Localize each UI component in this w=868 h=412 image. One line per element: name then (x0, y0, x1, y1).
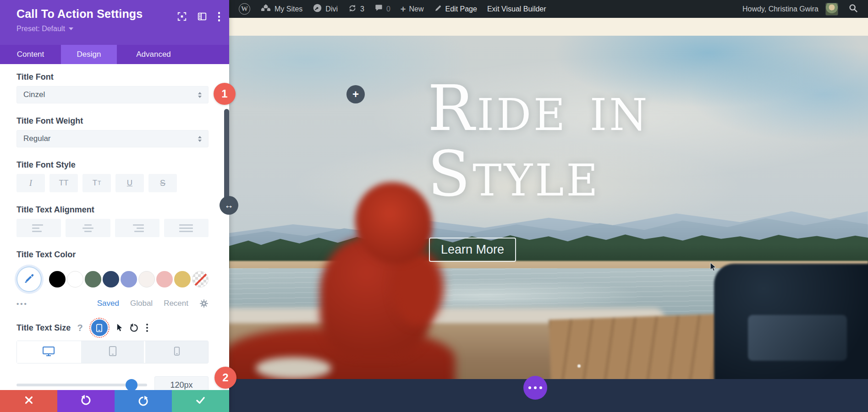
my-sites-menu[interactable]: My Sites (255, 0, 308, 18)
color-picker-row (16, 265, 209, 293)
avatar (825, 3, 838, 16)
site-preview: W My Sites Divi (229, 0, 868, 412)
comments-menu[interactable]: 0 (369, 0, 396, 18)
discard-button[interactable] (0, 390, 57, 412)
cta-title-line1: Ride in (428, 76, 649, 141)
tablet-icon (109, 346, 117, 358)
slider-handle[interactable] (126, 379, 137, 390)
saved-colors-tab[interactable]: Saved (97, 299, 119, 308)
align-right-button[interactable] (115, 219, 159, 237)
color-settings-gear-icon[interactable] (199, 299, 209, 308)
panel-header: Call To Action Settings Preset: Default (0, 0, 229, 45)
new-menu[interactable]: + New (396, 0, 429, 18)
swatch-navy[interactable] (103, 271, 119, 287)
tab-advanced[interactable]: Advanced (117, 45, 190, 64)
comment-bubble-icon (374, 4, 383, 14)
admin-bar-right: Howdy, Christina Gwira (737, 0, 868, 18)
strikethrough-button[interactable]: S (148, 174, 177, 192)
swatch-white[interactable] (67, 271, 83, 287)
align-left-button[interactable] (16, 219, 61, 237)
tablet-tab[interactable] (81, 341, 144, 363)
small-caps-glyph-small: T (98, 180, 101, 186)
page-background-strip (229, 18, 868, 36)
desktop-tab[interactable] (17, 341, 80, 363)
pencil-icon (434, 4, 442, 14)
account-menu[interactable]: Howdy, Christina Gwira (737, 0, 843, 18)
cta-title-line2: Style (428, 141, 649, 207)
preset-selector[interactable]: Preset: Default (16, 25, 73, 33)
italic-button[interactable]: I (16, 174, 45, 192)
annotation-badge-1: 1 (214, 83, 236, 105)
panel-layout-icon[interactable] (197, 11, 207, 22)
updates-count: 3 (360, 5, 364, 13)
swatch-green[interactable] (85, 271, 101, 287)
hover-mode-cursor-icon[interactable] (116, 324, 123, 332)
align-justify-button[interactable] (164, 219, 209, 237)
edit-page-label: Edit Page (445, 5, 477, 13)
swatch-gold[interactable] (174, 271, 191, 287)
divi-label: Divi (325, 5, 338, 13)
expand-modal-icon[interactable] (177, 11, 187, 22)
swatch-pink[interactable] (156, 271, 173, 287)
size-value-input[interactable]: 120px (154, 376, 209, 390)
title-font-weight-label: Title Font Weight (16, 116, 209, 126)
options-kebab-icon[interactable] (145, 323, 149, 333)
divi-menu[interactable]: Divi (308, 0, 343, 18)
tab-content[interactable]: Content (0, 45, 61, 64)
eyedropper-icon (23, 272, 35, 286)
preset-label: Preset: Default (16, 25, 65, 33)
cta-title[interactable]: Ride in Style (428, 76, 649, 207)
swatch-periwinkle[interactable] (121, 271, 137, 287)
color-links-row: ••• Saved Global Recent (16, 299, 209, 308)
panel-resize-handle[interactable]: ↔ (220, 196, 238, 215)
uppercase-button[interactable]: TT (49, 174, 78, 192)
edit-page-menu[interactable]: Edit Page (429, 0, 482, 18)
admin-bar-left: W My Sites Divi (229, 0, 551, 18)
small-caps-button[interactable]: TT (82, 174, 111, 192)
panel-header-icons (177, 11, 221, 22)
font-style-buttons: I TT TT U S (16, 174, 209, 192)
phone-tab[interactable] (145, 341, 208, 363)
title-font-value: Cinzel (23, 90, 45, 99)
help-icon[interactable]: ? (77, 323, 82, 333)
device-tabs (16, 341, 209, 363)
phone-icon (174, 346, 180, 358)
redo-icon (137, 396, 149, 407)
title-font-weight-select[interactable]: Regular (16, 130, 209, 147)
swatch-offwhite[interactable] (138, 271, 155, 287)
updates-menu[interactable]: 3 (343, 0, 369, 18)
title-font-select[interactable]: Cinzel (16, 86, 209, 103)
panel-menu-icon[interactable] (217, 11, 221, 22)
panel-scrollbar[interactable] (224, 109, 229, 201)
reset-icon[interactable] (129, 323, 139, 333)
wp-admin-bar: W My Sites Divi (229, 0, 868, 18)
color-tab-links: Saved Global Recent (97, 299, 209, 308)
swatch-none[interactable] (192, 271, 209, 287)
exit-visual-builder[interactable]: Exit Visual Builder (482, 0, 551, 18)
size-slider[interactable] (16, 384, 147, 386)
page-settings-button[interactable] (523, 376, 547, 400)
size-slider-row: 120px (16, 376, 209, 390)
exit-visual-builder-label: Exit Visual Builder (487, 5, 546, 13)
recent-colors-tab[interactable]: Recent (164, 299, 188, 308)
save-button[interactable] (172, 390, 229, 412)
page-footer-area (229, 379, 868, 412)
more-colors-button[interactable]: ••• (16, 300, 28, 308)
redo-button[interactable] (115, 390, 172, 412)
search-icon (848, 3, 858, 15)
console-screen (748, 315, 847, 361)
responsive-mode-button[interactable] (91, 320, 108, 336)
search-button[interactable] (843, 0, 863, 18)
comments-count: 0 (386, 5, 390, 13)
global-colors-tab[interactable]: Global (130, 299, 153, 308)
align-center-button[interactable] (66, 219, 110, 237)
add-section-button[interactable]: + (346, 85, 365, 103)
undo-button[interactable] (57, 390, 115, 412)
wordpress-menu[interactable]: W (234, 0, 255, 18)
underline-button[interactable]: U (115, 174, 144, 192)
plus-icon: + (352, 88, 359, 101)
tab-design[interactable]: Design (61, 45, 117, 64)
swatch-black[interactable] (49, 271, 66, 287)
learn-more-button[interactable]: Learn More (429, 238, 516, 262)
eyedropper-button[interactable] (16, 266, 42, 292)
